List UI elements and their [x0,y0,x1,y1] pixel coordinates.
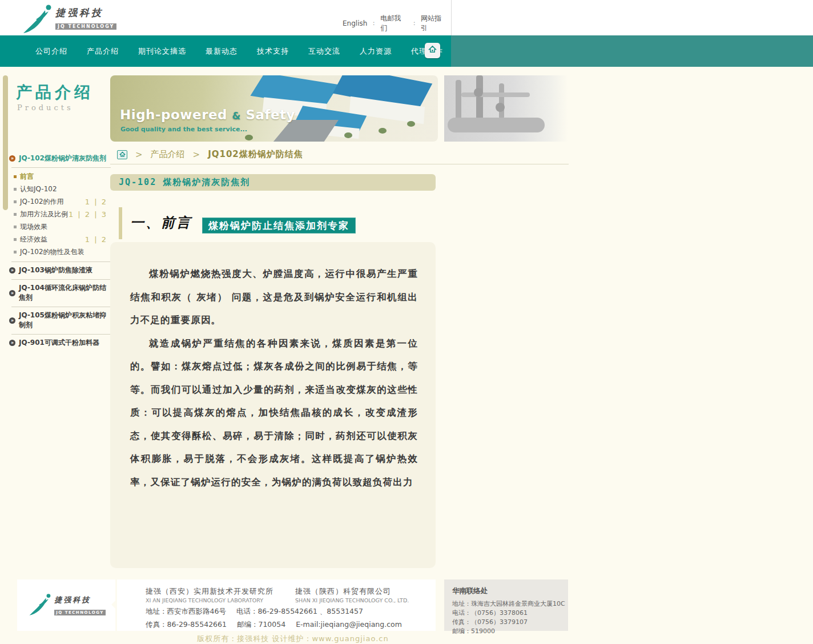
valve-shape [474,88,483,97]
submenu-item-properties[interactable]: JQ-102的物性及包装 [14,245,111,258]
sidebar-title: 产品介绍 [16,82,94,103]
submenu-label: 加用方法及比例 [20,210,68,219]
sidebar-item-label: JQ-105煤粉锅炉积灰粘堵抑制剂 [19,311,111,330]
banner-tree [407,121,415,127]
banner-headline: High-powered & Safety [120,107,295,122]
brand-name-cn: 捷强科技 [55,6,116,19]
nav-menu: 公司介绍 产品介绍 期刊论文摘选 最新动态 技术支持 互动交流 人力资源 代理合… [35,35,443,67]
link-separator: ∶ [373,20,375,27]
footer-company-info: 捷强（西安）实用新技术开发研究所 XI AN JIEQIANG TECHNOLO… [117,579,436,631]
navbar-right-segment [451,35,813,67]
sidebar-item-label: JQ-104循环流化床锅炉防结焦剂 [19,283,111,303]
expert-badge: 煤粉锅炉防止结焦添加剂专家 [202,218,356,234]
square-bullet-icon [14,226,17,228]
footer-address: 地址：西安市西影路46号 [146,607,226,617]
banner-tree [379,128,387,134]
brand-text: 捷强科技 JQ TECHNOLOGY [55,6,116,30]
submenu-item-economics[interactable]: 经济效益 1 | 2 [14,233,111,245]
brand-name-en: JQ TECHNOLOGY [55,23,116,30]
link-separator: ∶ [413,20,415,27]
nav-item-news[interactable]: 最新动态 [206,46,238,57]
main-navbar: 公司介绍 产品介绍 期刊论文摘选 最新动态 技术支持 互动交流 人力资源 代理合… [0,35,813,67]
body-paragraph: 就造成锅炉严重结焦的各种因素来说，煤质因素是第一位的。譬如：煤灰熔点过低；煤灰各… [130,332,418,494]
breadcrumb-separator: > [193,150,200,160]
arrow-bullet-icon: » [9,317,15,324]
breadcrumb-current[interactable]: JQ102煤粉锅炉防结焦 [208,149,303,160]
link-english[interactable]: English [343,19,367,27]
pipe-shape [499,83,504,119]
sidebar-item-jq901[interactable]: » JQ-901可调式干粉加料器 [8,335,111,352]
nav-item-hr[interactable]: 人力资源 [360,46,392,57]
company-1: 捷强（西安）实用新技术开发研究所 XI AN JIEQIANG TECHNOLO… [146,586,273,603]
footer-south-office: 华南联络处 地址：珠海吉大园林路金景商业大厦10C 电话：（0756）33780… [444,579,568,631]
sidebar-item-jq105[interactable]: » JQ-105煤粉锅炉积灰粘堵抑制剂 [8,307,111,334]
sidebar-item-jq102[interactable]: » JQ-102煤粉锅炉清灰防焦剂 [8,150,111,167]
submenu-item-function[interactable]: JQ-102的作用 1 | 2 [14,195,111,208]
brand-name-cn: 捷强科技 [54,595,106,605]
submenu-item-usage[interactable]: 加用方法及比例 1 | 2 | 3 [14,208,111,220]
link-sitemap[interactable]: 网站指引 [421,14,448,33]
pagination-links[interactable]: 1 | 2 [85,235,107,244]
nav-item-support[interactable]: 技术支持 [257,46,289,57]
section-heading: 一、前言 [130,214,192,232]
page-title-bar: JQ-102 煤粉锅炉清灰防焦剂 [110,174,436,191]
header-divider [451,0,452,35]
submenu-label: 前言 [20,172,34,182]
submenu-label: JQ-102的作用 [20,197,64,207]
footer-zip: 邮编：710054 [237,620,285,630]
pipe-shape [476,75,483,123]
brand-name-en: JQ TECHNOLOGY [54,610,106,615]
sidebar-item-jq104[interactable]: » JQ-104循环流化床锅炉防结焦剂 [8,280,111,307]
banner-ampersand: & [232,110,241,122]
brand-swoosh-icon [27,591,52,619]
submenu-item-know-jq102[interactable]: 认知JQ-102 [14,183,111,195]
footer-fax: 传真：86-29-85542661 [146,620,227,630]
machinery-image [444,75,568,142]
pagination-links[interactable]: 1 | 2 | 3 [69,210,107,219]
submenu-item-field-results[interactable]: 现场效果 [14,220,111,233]
breadcrumb-home-button[interactable] [117,150,127,159]
square-bullet-icon [14,175,17,178]
brand-swoosh-icon [20,2,53,34]
company-1-cn: 捷强（西安）实用新技术开发研究所 [146,586,273,597]
hero-banner: High-powered & Safety Good quality and t… [110,75,438,142]
square-bullet-icon [14,238,17,241]
footer-brand-text: 捷强科技 JQ TECHNOLOGY [54,595,106,616]
company-2: 捷强（陕西）科贸有限公司 SHAN XI JIEQIANG TECHNOLOGY… [295,586,409,603]
home-button[interactable] [425,43,440,58]
top-header: 捷强科技 JQ TECHNOLOGY English ∶ 电邮我们 ∶ 网站指引 [0,0,813,35]
south-office-title: 华南联络处 [452,586,568,596]
footer-email: E-mail:jieqiang@jieqiang.com [296,620,402,630]
home-icon [119,150,126,160]
submenu-item-foreword[interactable]: 前言 [14,170,111,183]
sidebar-item-label: JQ-103锅炉防焦除渣液 [19,265,92,275]
company-2-en: SHAN XI JIEQIANG TECHNOLOGY CO., LTD. [295,597,409,603]
sidebar-accent-bar [3,75,8,210]
pagination-links[interactable]: 1 | 2 [85,198,107,206]
brand-logo[interactable]: 捷强科技 JQ TECHNOLOGY [20,2,134,35]
page: 捷强科技 JQ TECHNOLOGY English ∶ 电邮我们 ∶ 网站指引… [0,0,813,644]
square-bullet-icon [14,251,17,253]
breadcrumb-products[interactable]: 产品介绍 [151,149,185,160]
south-office-fax: 传真：（0756）3379107 [452,618,568,627]
utility-links: English ∶ 电邮我们 ∶ 网站指引 [343,14,448,33]
banner-subline: Good quality and the best service... [120,126,247,133]
body-paragraph: 煤粉锅炉燃烧热强度大、炉膛温度高，运行中很易产生严重结焦和积灰（ 灰堵） 问题，… [130,263,418,332]
arrow-bullet-icon: » [9,290,15,296]
sidebar-item-label: JQ-102煤粉锅炉清灰防焦剂 [19,154,106,163]
nav-item-interaction[interactable]: 互动交流 [308,46,340,57]
content-panel: 煤粉锅炉燃烧热强度大、炉膛温度高，运行中很易产生严重结焦和积灰（ 灰堵） 问题，… [110,242,436,568]
square-bullet-icon [14,213,17,216]
sidebar-item-jq103[interactable]: » JQ-103锅炉防焦除渣液 [8,262,111,279]
banner-road [253,120,339,142]
submenu-label: 认知JQ-102 [20,184,57,194]
nav-item-journal[interactable]: 期刊论文摘选 [138,46,186,57]
valve-shape [496,103,505,112]
nav-item-company[interactable]: 公司介绍 [35,46,67,57]
link-email-us[interactable]: 电邮我们 [380,14,408,33]
footer-logo-box: 捷强科技 JQ TECHNOLOGY [17,579,115,631]
banner-tree [344,132,352,138]
nav-item-products[interactable]: 产品介绍 [87,46,119,57]
home-icon [428,45,437,56]
square-bullet-icon [14,188,17,191]
